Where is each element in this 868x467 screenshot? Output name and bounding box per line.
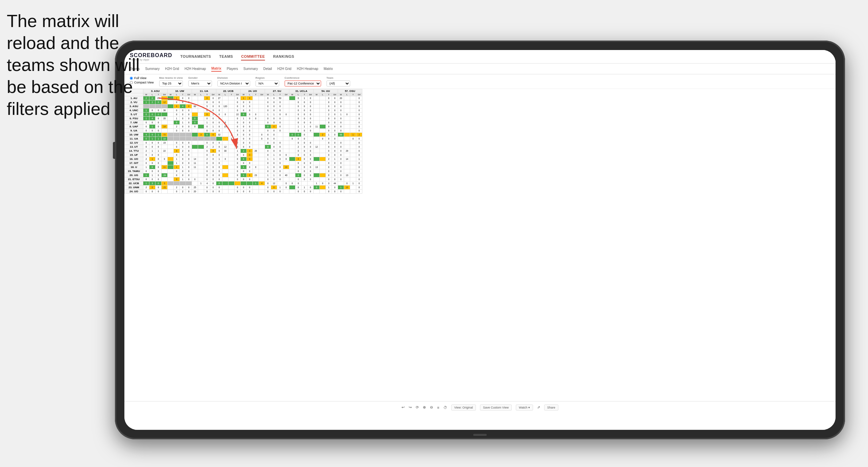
nav-tournaments[interactable]: TOURNAMENTS [180,53,211,60]
matrix-cell: 2 [204,145,210,149]
matrix-cell: 0 [143,145,149,149]
matrix-cell: 0 [277,104,283,108]
matrix-cell: 4 [235,137,241,141]
col-sub-dif-3: Dif [210,93,216,96]
timer-icon[interactable]: ⏱ [443,405,447,410]
col-header-uo: 24. UO [241,89,265,93]
tablet-side-button[interactable] [113,142,116,159]
share-icon[interactable]: ⇗ [537,405,540,410]
matrix-cell [198,104,204,108]
matrix-cell [289,169,295,173]
matrix-cell: 0 [235,186,241,190]
col-sub-l-6: L [271,93,277,96]
sub-nav-summary2[interactable]: Summary [243,66,258,71]
matrix-cell: 0 [277,173,283,177]
matrix-cell [350,104,356,108]
matrix-cell: 0 [186,121,192,125]
matrix-cell: 1 [174,165,180,169]
sub-nav-h2hgrid[interactable]: H2H Grid [165,66,179,71]
division-select[interactable]: NCAA Division I NCAA Division II [217,80,250,87]
col-sub-l-9: L [344,93,350,96]
matrix-cell: 0 [149,190,155,194]
matrix-cell: 0 [247,96,253,100]
matrix-cell [289,157,295,161]
matrix-cell: 11 [162,165,168,169]
matrix-cell: 0 [308,153,314,157]
matrix-cell: 1 [241,165,247,169]
matrix-cell: 0 [235,177,241,181]
zoom-out-icon[interactable]: ⊖ [430,405,433,410]
sub-nav-h2hheatmap[interactable]: H2H Heatmap [185,66,206,71]
matrix-cell: 0 [216,104,222,108]
sub-nav-detail[interactable]: Detail [263,66,272,71]
matrix-cell [314,169,320,173]
matrix-cell: 0 [265,96,271,100]
matrix-cell [344,96,350,100]
matrix-cell [320,177,326,181]
matrix-cell: 12 [271,181,277,186]
sub-nav-players[interactable]: Players [227,66,238,71]
matrix-cell: 0 [216,125,222,129]
refresh-icon[interactable]: ⟳ [416,405,419,410]
sub-nav-h2hheatmap2[interactable]: H2H Heatmap [297,66,318,71]
matrix-cell: 0 [302,173,308,177]
matrix-cell [192,153,198,157]
nav-committee[interactable]: COMMITTEE [241,53,265,60]
watch-button[interactable]: Watch ▾ [516,404,533,411]
matrix-cell [314,96,320,100]
matrix-cell: 0 [308,104,314,108]
matrix-cell [192,108,198,113]
conference-select[interactable]: Pac-12 Conference (All) ACC [285,80,321,87]
matrix-cell: 0 [204,169,210,173]
matrix-cell: 1 [149,173,155,177]
matrix-cell: 0 [186,161,192,165]
matrix-cell [277,137,283,141]
matrix-cell: 0 [302,161,308,165]
row-label: 13. UT [125,145,143,149]
menu-icon[interactable]: ≡ [437,405,439,410]
matrix-cell: 0 [332,177,338,181]
matrix-cell [338,137,344,141]
matrix-cell: 0 [356,153,362,157]
matrix-cell: 0 [204,117,210,121]
matrix-cell [198,169,204,173]
redo-icon[interactable]: ↪ [409,405,412,410]
save-custom-view-button[interactable]: Save Custom View [480,404,512,411]
matrix-cell [289,153,295,157]
region-select[interactable]: N/A East West [256,80,279,87]
matrix-cell: -34 [162,173,168,177]
matrix-cell [314,141,320,145]
matrix-cell: 0 [204,186,210,190]
nav-teams[interactable]: TEAMS [219,53,233,60]
sub-nav-matrix[interactable]: Matrix [211,66,221,72]
matrix-cell: 1 [174,96,180,100]
matrix-cell: 1 [155,149,162,153]
matrix-cell: 2 [143,157,149,161]
matrix-cell: 0 [143,141,149,145]
matrix-cell: 0 [295,129,302,133]
matrix-cell: 1 [295,125,302,129]
matrix-cell: 0 [247,190,253,194]
undo-icon[interactable]: ↩ [402,405,405,410]
matrix-cell: 0 [271,137,277,141]
zoom-in-icon[interactable]: ⊕ [423,405,426,410]
col-sub-dif-8: Dif [332,93,338,96]
nav-rankings[interactable]: RANKINGS [273,53,294,60]
matrix-cell: 0 [338,129,344,133]
matrix-cell: 0 [204,161,210,165]
matrix-cell: 0 [277,177,283,181]
matrix-cell [350,108,356,113]
matrix-cell: 0 [155,161,162,165]
max-teams-select[interactable]: Top 25 Top 10 All [159,80,183,87]
matrix-cell: 0 [174,169,180,173]
team-select[interactable]: (All) [327,80,350,87]
sub-nav-h2hgrid2[interactable]: H2H Grid [277,66,291,71]
watch-label: Watch ▾ [519,406,530,409]
sub-nav-matrix2[interactable]: Matrix [324,66,333,71]
share-button[interactable]: Share [544,404,558,411]
matrix-scroll-area[interactable]: 3. ASU 10. UW 11. UA 22. UCB 24. UO 27. … [124,89,836,401]
gender-select[interactable]: Men's Women's [188,80,212,87]
matrix-cell: 0 [186,153,192,157]
view-original-button[interactable]: View: Original [451,404,476,411]
matrix-cell: 0 [271,190,277,194]
